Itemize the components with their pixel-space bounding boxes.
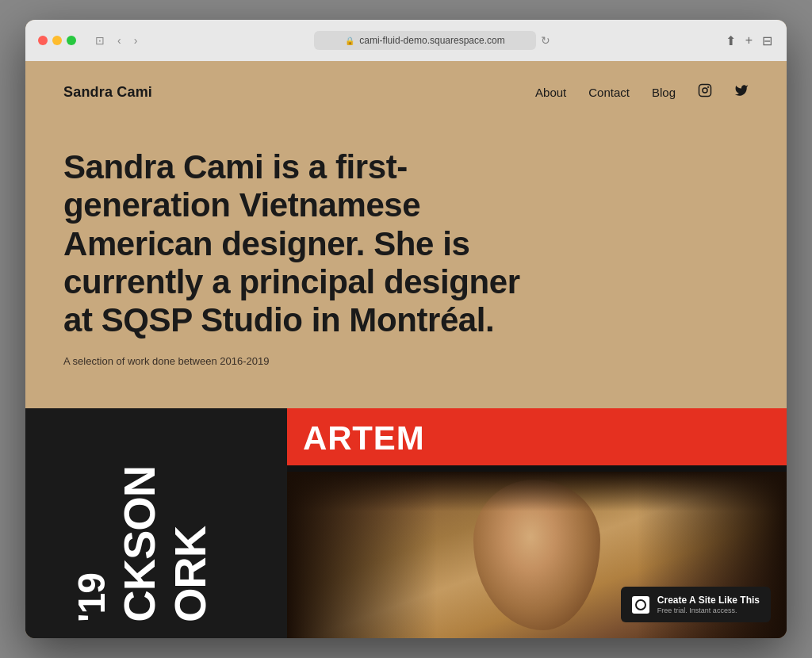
browser-actions: ⬆ + ⊟	[724, 32, 774, 50]
traffic-lights	[38, 36, 76, 45]
sqsp-banner[interactable]: Create A Site Like This Free trial. Inst…	[621, 587, 771, 622]
twitter-icon[interactable]	[734, 83, 749, 101]
nav-about[interactable]: About	[535, 86, 566, 99]
back-button[interactable]: ‹	[114, 33, 124, 48]
hero-section: Sandra Cami is a first-generation Vietna…	[25, 117, 787, 386]
sqsp-text-group: Create A Site Like This Free trial. Inst…	[657, 595, 760, 614]
instagram-icon[interactable]	[698, 83, 712, 101]
address-pill[interactable]: 🔒 cami-fluid-demo.squarespace.com	[314, 31, 536, 50]
url-text: cami-fluid-demo.squarespace.com	[359, 35, 504, 46]
sqsp-sub-text: Free trial. Instant access.	[657, 606, 760, 614]
share-button[interactable]: ⬆	[724, 32, 737, 50]
browser-window: ⊡ ‹ › 🔒 cami-fluid-demo.squarespace.com …	[25, 20, 787, 638]
browser-controls: ⊡ ‹ ›	[92, 33, 140, 48]
nav-contact[interactable]: Contact	[588, 86, 630, 99]
close-button[interactable]	[38, 36, 48, 45]
browser-chrome: ⊡ ‹ › 🔒 cami-fluid-demo.squarespace.com …	[25, 20, 787, 61]
artem-header: ARTEM	[287, 408, 787, 465]
copy-button[interactable]: ⊟	[760, 32, 774, 50]
rotated-text-year: '19	[73, 573, 111, 622]
maximize-button[interactable]	[67, 36, 76, 45]
shadow-left	[287, 472, 437, 638]
rotated-text-ork: ORK	[168, 526, 213, 622]
minimize-button[interactable]	[52, 36, 62, 45]
svg-point-2	[708, 87, 709, 88]
nav-blog[interactable]: Blog	[652, 86, 676, 99]
site-header: Sandra Cami About Contact Blog	[25, 61, 787, 117]
site-logo[interactable]: Sandra Cami	[63, 84, 152, 101]
add-tab-button[interactable]: +	[744, 32, 754, 49]
svg-rect-0	[699, 85, 711, 97]
svg-point-1	[703, 88, 707, 93]
page-content: Sandra Cami About Contact Blog	[25, 61, 787, 638]
refresh-button[interactable]: ↻	[541, 34, 550, 47]
lock-icon: 🔒	[345, 36, 354, 45]
sqsp-logo-circle	[635, 599, 646, 610]
artem-title: ARTEM	[303, 419, 771, 457]
squarespace-logo-icon	[632, 596, 649, 614]
site-nav: About Contact Blog	[535, 83, 749, 101]
hero-subtext: A selection of work done between 2016-20…	[63, 355, 749, 367]
address-bar: 🔒 cami-fluid-demo.squarespace.com ↻	[150, 31, 714, 50]
portfolio-section: '19 CKSON ORK ARTEM	[25, 408, 787, 638]
portfolio-card-left[interactable]: '19 CKSON ORK	[25, 408, 287, 638]
window-mode-button[interactable]: ⊡	[92, 33, 108, 48]
forward-button[interactable]: ›	[131, 33, 141, 48]
hero-headline: Sandra Cami is a first-generation Vietna…	[63, 148, 523, 339]
rotated-text-ckson: CKSON	[117, 466, 162, 622]
sqsp-main-text: Create A Site Like This	[657, 595, 760, 606]
